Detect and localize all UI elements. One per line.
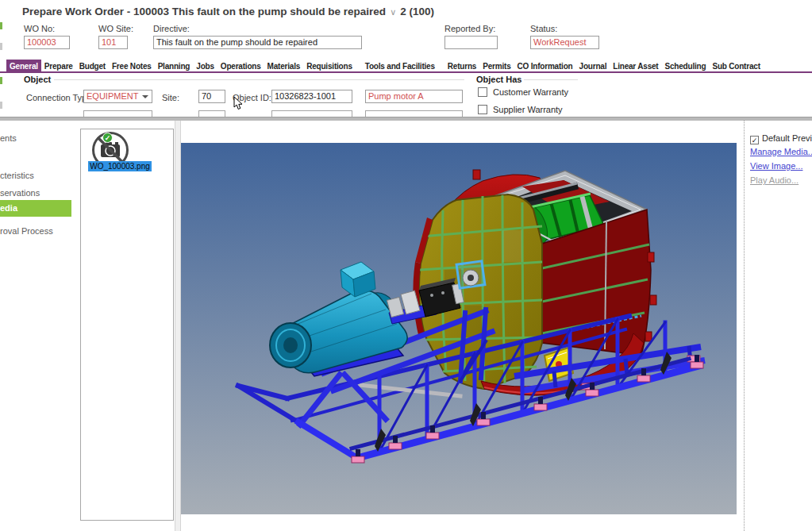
wo-site-label: WO Site: bbox=[98, 24, 133, 33]
customer-warranty-checkbox[interactable] bbox=[478, 87, 487, 97]
tab-requisitions[interactable]: Requisitions bbox=[303, 60, 356, 71]
record-counter: 2 (100) bbox=[400, 6, 434, 17]
hub-bracket bbox=[456, 261, 485, 288]
default-preview-label: Default Preview bbox=[762, 133, 812, 143]
field-indicator-tick bbox=[0, 77, 2, 84]
sidebar-item-media[interactable]: edia bbox=[0, 200, 71, 217]
prepare-work-order-window: Prepare Work Order - 100003 This fault o… bbox=[0, 0, 812, 531]
media-file-name[interactable]: WO_100003.png bbox=[88, 161, 152, 171]
object-id-field[interactable]: 10326823-1001 bbox=[271, 90, 352, 103]
preview-options-panel: ✓Default Preview Manage Media... View Im… bbox=[750, 121, 812, 531]
tab-journal[interactable]: Journal bbox=[576, 60, 610, 71]
play-audio-link: Play Audio... bbox=[750, 175, 799, 185]
tab-jobs[interactable]: Jobs bbox=[193, 60, 217, 71]
tab-scheduling[interactable]: Scheduling bbox=[662, 60, 710, 71]
vertical-splitter[interactable] bbox=[175, 121, 181, 531]
fan-assembly-render bbox=[181, 143, 737, 514]
mouse-cursor-icon bbox=[233, 97, 244, 111]
view-image-link[interactable]: View Image... bbox=[750, 161, 802, 171]
tab-budget[interactable]: Budget bbox=[76, 60, 109, 71]
wo-site-field[interactable]: 101 bbox=[98, 36, 128, 49]
directive-field[interactable]: This fault on the pump should be repaire… bbox=[153, 36, 362, 49]
site-field[interactable]: 70 bbox=[198, 90, 225, 103]
supplier-warranty-checkbox[interactable] bbox=[478, 105, 487, 114]
preview-panel-splitter[interactable] bbox=[744, 121, 745, 531]
field-indicator-tick bbox=[0, 22, 2, 29]
tab-returns[interactable]: Returns bbox=[444, 60, 479, 71]
work-order-header-pane: Prepare Work Order - 100003 This fault o… bbox=[0, 0, 812, 121]
object-has-group-line bbox=[524, 79, 578, 80]
field-indicator-tick bbox=[0, 102, 2, 109]
tab-prepare[interactable]: Prepare bbox=[41, 60, 76, 71]
status-label: Status: bbox=[530, 24, 557, 33]
page-title: Prepare Work Order - 100003 This fault o… bbox=[22, 6, 434, 17]
object-description-field[interactable]: Pump motor A bbox=[365, 90, 463, 103]
tab-operations[interactable]: Operations bbox=[217, 60, 264, 71]
object-has-group-label: Object Has bbox=[476, 75, 521, 84]
connection-type-value: EQUIPMENT bbox=[87, 91, 138, 101]
sidebar-item-observations[interactable]: servations bbox=[0, 188, 40, 198]
manage-media-link[interactable]: Manage Media... bbox=[750, 147, 812, 156]
wo-no-field[interactable]: 100003 bbox=[24, 36, 70, 49]
status-field[interactable]: WorkRequest bbox=[530, 36, 599, 49]
tab-tools-and-facilities[interactable]: Tools and Facilities bbox=[356, 60, 444, 71]
tab-bar: General Prepare Budget Free Notes Planni… bbox=[0, 60, 812, 73]
tab-sub-contract[interactable]: Sub Contract bbox=[709, 60, 763, 71]
tab-free-notes[interactable]: Free Notes bbox=[109, 60, 155, 71]
horizontal-splitter[interactable] bbox=[0, 117, 812, 121]
green-check-icon: ✓ bbox=[102, 133, 113, 143]
media-preview-area bbox=[175, 121, 744, 531]
field-indicator-tick bbox=[0, 43, 2, 50]
tab-linear-asset[interactable]: Linear Asset bbox=[610, 60, 661, 71]
tab-permits[interactable]: Permits bbox=[479, 60, 514, 71]
object-group-line bbox=[54, 79, 464, 80]
connection-type-dropdown[interactable]: EQUIPMENT bbox=[83, 90, 152, 103]
default-preview-checkbox[interactable]: ✓ bbox=[750, 136, 759, 144]
tab-materials[interactable]: Materials bbox=[264, 60, 304, 71]
sidebar-item-approval-process[interactable]: roval Process bbox=[0, 226, 53, 236]
preview-3d-render[interactable] bbox=[181, 143, 737, 514]
customer-warranty-label: Customer Warranty bbox=[493, 87, 568, 97]
tab-co-information[interactable]: CO Information bbox=[514, 60, 576, 71]
site-label: Site: bbox=[162, 93, 179, 102]
tab-general[interactable]: General bbox=[6, 60, 41, 71]
media-thumbnail-list[interactable]: ✓ WO_100003.png bbox=[80, 129, 174, 521]
page-title-text: Prepare Work Order - 100003 This fault o… bbox=[22, 6, 386, 17]
sidebar-item-characteristics[interactable]: cteristics bbox=[0, 171, 34, 180]
chevron-down-icon[interactable]: ∨ bbox=[386, 7, 400, 17]
default-preview-option[interactable]: ✓Default Preview bbox=[750, 130, 812, 144]
tab-planning[interactable]: Planning bbox=[155, 60, 194, 71]
reported-by-field[interactable] bbox=[444, 36, 498, 49]
supplier-warranty-label: Supplier Warranty bbox=[493, 105, 563, 114]
reported-by-label: Reported By: bbox=[444, 24, 495, 33]
directive-label: Directive: bbox=[153, 24, 190, 33]
media-pane: ents cteristics servations edia roval Pr… bbox=[0, 121, 812, 531]
wo-no-label: WO No: bbox=[24, 24, 55, 33]
dropdown-chevron-icon[interactable] bbox=[142, 95, 148, 98]
sidebar-item-events[interactable]: ents bbox=[0, 133, 17, 143]
object-group-label: Object bbox=[24, 75, 51, 84]
